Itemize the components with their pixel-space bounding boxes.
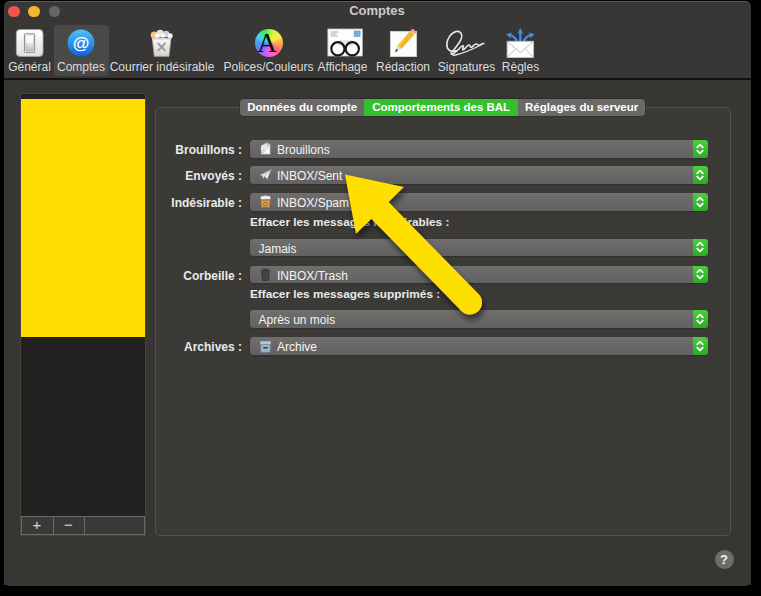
svg-text:@: @ [73,33,90,52]
